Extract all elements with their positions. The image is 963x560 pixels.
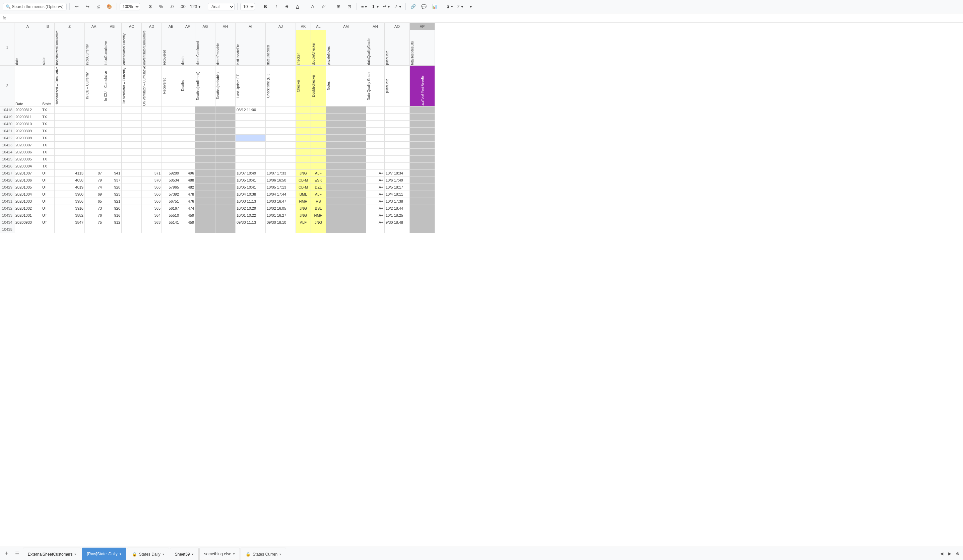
cell-10420-AM[interactable] [326,120,366,127]
cell-10420-AO[interactable] [385,120,410,127]
cell-10425-AD[interactable] [142,155,162,162]
cell-10425-AJ[interactable] [266,155,296,162]
cell-10422-AG[interactable] [195,134,216,141]
cell-10433-AH[interactable] [216,212,235,219]
cell-10419-AG[interactable] [195,113,216,120]
cell-10424-AC[interactable] [122,148,142,155]
cell-10434-AI[interactable]: 09/30 11:13 [235,219,266,226]
cell-10432-AO[interactable]: 10/2 18:44 [385,205,410,212]
cell-10431-AE[interactable]: 56751 [162,197,180,205]
cell-10432-AK[interactable]: JNG [296,205,311,212]
cell-10425-Z[interactable] [55,155,85,162]
col-header-AH[interactable]: AH [216,23,235,30]
cell-10430-AN[interactable]: A+ [366,191,385,197]
cell-10434-AG[interactable] [195,219,216,226]
decimal-decrease-button[interactable]: .0 [167,2,177,11]
cell-10427-AL[interactable]: ALF [311,170,326,176]
cell-10435-AO[interactable] [385,226,410,233]
cell-10430-AF[interactable]: 478 [180,191,195,197]
cell-10427-B[interactable]: UT [41,170,55,176]
cell-10426-AG[interactable] [195,162,216,170]
cell-10429-AN[interactable]: A+ [366,183,385,191]
cell-10425-AB[interactable] [103,155,122,162]
cell-10430-AB[interactable]: 923 [103,191,122,197]
cell-10419-AA[interactable] [85,113,103,120]
cell-10428-AD[interactable]: 370 [142,176,162,183]
cell-10422-Z[interactable] [55,134,85,141]
grid-scroll-area[interactable]: A B Z AA AB AC AD AE AF AG AH AI AJ AK [0,23,963,547]
cell-10431-AI[interactable]: 10/03 11:13 [235,197,266,205]
cell-10425-AE[interactable] [162,155,180,162]
cell-10429-AM[interactable] [326,183,366,191]
highlight-color-button[interactable]: 🖊 [319,2,328,11]
cell-10422-AK[interactable] [296,134,311,141]
cell-10429-AI[interactable]: 10/05 10:41 [235,183,266,191]
cell-10423-B[interactable]: TX [41,141,55,148]
cell-10434-A[interactable]: 20200930 [15,219,41,226]
cell-10432-Z[interactable]: 3916 [55,205,85,212]
cell-10434-AK[interactable]: ALF [296,219,311,226]
cell-10426-AP[interactable] [410,162,435,170]
cell-10435-AL[interactable] [311,226,326,233]
col-header-AC[interactable]: AC [122,23,142,30]
wrap-button[interactable]: ↵ ▾ [382,2,392,11]
cell-10423-Z[interactable] [55,141,85,148]
cell-10423-AO[interactable] [385,141,410,148]
cell-10419-AC[interactable] [122,113,142,120]
cell-10434-AO[interactable]: 9/30 18:48 [385,219,410,226]
col-header-AG[interactable]: AG [195,23,216,30]
cell-10426-AC[interactable] [122,162,142,170]
col-header-AB[interactable]: AB [103,23,122,30]
cell-10432-AF[interactable]: 474 [180,205,195,212]
cell-10433-AE[interactable]: 55510 [162,212,180,219]
cell-10423-AM[interactable] [326,141,366,148]
col-header-AF[interactable]: AF [180,23,195,30]
cell-10434-B[interactable]: UT [41,219,55,226]
paint-format-button[interactable]: 🎨 [105,2,114,11]
cell-10419-AM[interactable] [326,113,366,120]
zoom-select[interactable]: 100% [120,3,140,10]
cell-10423-AA[interactable] [85,141,103,148]
cell-10433-AB[interactable]: 916 [103,212,122,219]
menu-search[interactable]: 🔍 Search the menus (Option+/) [3,3,66,10]
cell-10433-AK[interactable]: JNG [296,212,311,219]
cell-10424-A[interactable]: 20200306 [15,148,41,155]
cell-10430-AM[interactable] [326,191,366,197]
cell-10425-AH[interactable] [216,155,235,162]
cell-10430-AA[interactable]: 69 [85,191,103,197]
cell-10423-AP[interactable] [410,141,435,148]
rotate-button[interactable]: ↗ ▾ [393,2,403,11]
font-select[interactable]: Arial [208,3,235,10]
cell-10419-AH[interactable] [216,113,235,120]
borders-button[interactable]: ⊞ [334,2,343,11]
cell-10433-AL[interactable]: HMH [311,212,326,219]
cell-10420-AN[interactable] [366,120,385,127]
tab-next-button[interactable]: ▶ [945,547,953,560]
cell-10430-AL[interactable]: ALF [311,191,326,197]
cell-10430-AC[interactable] [122,191,142,197]
cell-10434-AP[interactable] [410,219,435,226]
cell-10421-AI[interactable] [235,127,266,134]
cell-10424-B[interactable]: TX [41,148,55,155]
cell-10429-AJ[interactable]: 10/05 17:13 [266,183,296,191]
cell-10428-A[interactable]: 20201006 [15,176,41,183]
cell-10431-AC[interactable] [122,197,142,205]
cell-10435-AB[interactable] [103,226,122,233]
cell-10432-AL[interactable]: BSL [311,205,326,212]
cell-10419-AN[interactable] [366,113,385,120]
cell-10426-AL[interactable] [311,162,326,170]
cell-10432-AJ[interactable]: 10/02 16:05 [266,205,296,212]
cell-10421-AM[interactable] [326,127,366,134]
cell-10425-AP[interactable] [410,155,435,162]
cell-10435-Z[interactable] [55,226,85,233]
cell-10435-AG[interactable] [195,226,216,233]
cell-10430-AI[interactable]: 10/04 10:38 [235,191,266,197]
cell-10422-AI[interactable] [235,134,266,141]
cell-10430-A[interactable]: 20201004 [15,191,41,197]
cell-10424-AA[interactable] [85,148,103,155]
cell-10422-AD[interactable] [142,134,162,141]
col-header-Z[interactable]: Z [55,23,85,30]
cell-10425-AN[interactable] [366,155,385,162]
cell-10423-AL[interactable] [311,141,326,148]
cell-10421-AD[interactable] [142,127,162,134]
